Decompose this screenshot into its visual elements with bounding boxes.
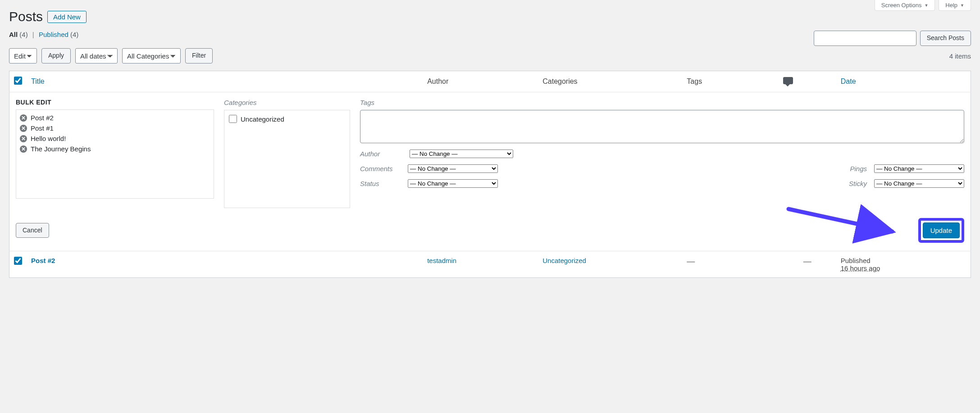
chevron-down-icon: ▼ [960, 3, 964, 8]
items-count: 4 items [949, 52, 971, 60]
remove-icon[interactable]: ✕ [20, 125, 27, 132]
column-date[interactable]: Date [841, 77, 856, 85]
row-date-status: Published [841, 257, 966, 264]
bulk-title-item: ✕ The Journey Begins [20, 144, 210, 154]
screen-options-label: Screen Options [881, 2, 922, 9]
author-select[interactable]: — No Change — [410, 150, 513, 158]
select-all-checkbox[interactable] [14, 77, 22, 85]
column-author: Author [423, 71, 538, 92]
bulk-action-select[interactable]: Edit [9, 48, 37, 64]
search-posts-button[interactable]: Search Posts [920, 31, 971, 46]
row-title-link[interactable]: Post #2 [31, 257, 55, 264]
remove-icon[interactable]: ✕ [20, 145, 27, 153]
filter-button[interactable]: Filter [185, 48, 213, 64]
separator: | [32, 31, 34, 38]
column-tags: Tags [682, 71, 778, 92]
view-published-count: (4) [70, 31, 78, 38]
column-categories: Categories [538, 71, 682, 92]
bulk-title-item: ✕ Post #2 [20, 113, 210, 123]
annotation-highlight: Update [918, 218, 964, 243]
remove-icon[interactable]: ✕ [20, 114, 27, 122]
add-new-button[interactable]: Add New [47, 11, 87, 23]
bulk-title-item: ✕ Hello world! [20, 133, 210, 144]
row-comments: — [803, 257, 811, 266]
update-button[interactable]: Update [923, 222, 960, 238]
comments-select[interactable]: — No Change — [408, 164, 498, 173]
author-label: Author [360, 150, 401, 158]
search-input[interactable] [814, 31, 916, 46]
pings-label: Pings [831, 165, 867, 172]
categories-filter-select[interactable]: All Categories [122, 48, 181, 64]
page-title: Posts [9, 9, 43, 24]
category-name: Uncategorized [241, 115, 284, 123]
row-author-link[interactable]: testadmin [427, 257, 456, 264]
bulk-edit-heading: BULK EDIT [16, 99, 214, 106]
bulk-tags-label: Tags [360, 99, 964, 106]
bulk-title-text: Post #1 [31, 124, 54, 132]
bulk-titles-list[interactable]: ✕ Post #2 ✕ Post #1 ✕ Hello world! [16, 109, 214, 199]
category-checklist[interactable]: Uncategorized [224, 110, 350, 208]
view-all-label[interactable]: All [9, 31, 18, 38]
row-category-link[interactable]: Uncategorized [542, 257, 586, 264]
chevron-down-icon: ▼ [924, 3, 928, 8]
apply-button[interactable]: Apply [41, 48, 71, 64]
category-item[interactable]: Uncategorized [229, 115, 345, 123]
column-comments [779, 71, 836, 92]
row-tags: — [687, 257, 695, 266]
bulk-title-item: ✕ Post #1 [20, 123, 210, 133]
view-published-link[interactable]: Published [39, 31, 68, 38]
category-checkbox[interactable] [229, 115, 237, 123]
comments-label: Comments [360, 165, 401, 172]
help-toggle[interactable]: Help ▼ [939, 0, 971, 11]
bulk-title-text: Post #2 [31, 114, 54, 122]
table-row: Post #2 testadmin Uncategorized — — Publ… [9, 251, 971, 278]
view-all-count: (4) [19, 31, 27, 38]
status-select[interactable]: — No Change — [408, 179, 498, 188]
column-title[interactable]: Title [31, 77, 45, 85]
sticky-select[interactable]: — No Change — [874, 179, 964, 188]
bulk-title-text: The Journey Begins [31, 145, 91, 153]
status-label: Status [360, 180, 401, 187]
annotation-arrow [784, 204, 901, 245]
row-checkbox[interactable] [14, 257, 22, 265]
tags-textarea[interactable] [360, 110, 964, 143]
help-label: Help [945, 2, 957, 9]
cancel-button[interactable]: Cancel [16, 223, 49, 238]
dates-filter-select[interactable]: All dates [75, 48, 118, 64]
sticky-label: Sticky [831, 180, 867, 187]
bulk-title-text: Hello world! [31, 135, 66, 142]
pings-select[interactable]: — No Change — [874, 164, 964, 173]
svg-line-0 [789, 209, 892, 231]
screen-options-toggle[interactable]: Screen Options ▼ [875, 0, 935, 11]
bulk-categories-label: Categories [224, 99, 350, 106]
remove-icon[interactable]: ✕ [20, 135, 27, 142]
comment-bubble-icon [783, 77, 793, 84]
row-date-when: 16 hours ago [841, 264, 880, 272]
